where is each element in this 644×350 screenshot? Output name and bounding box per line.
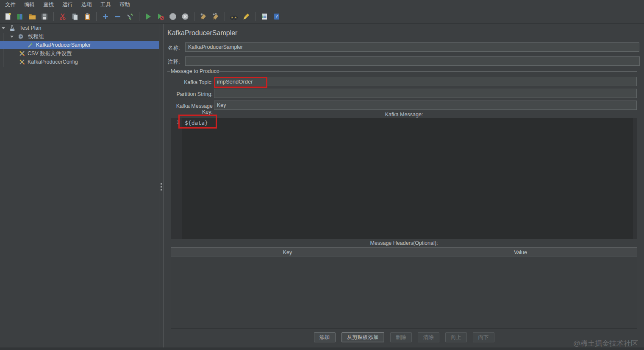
editor-scrollbar[interactable]	[633, 118, 637, 239]
table-button-row: 添加 从剪贴板添加 删除 清除 向上 向下	[171, 332, 637, 342]
window-bottom-edge	[0, 347, 644, 350]
tree-item-label: KafkaProducerSampler	[36, 42, 91, 48]
toolbar-separator	[139, 12, 139, 21]
sampler-icon	[27, 42, 34, 48]
menu-bar: 文件 编辑 查找 运行 选项 工具 帮助	[0, 0, 644, 10]
menu-search[interactable]: 查找	[42, 1, 56, 9]
shutdown-button[interactable]	[180, 12, 190, 21]
code-line: ${data}	[185, 120, 208, 126]
add-button[interactable]: 添加	[314, 332, 336, 342]
panel-splitter[interactable]	[159, 24, 164, 350]
cut-button[interactable]	[58, 12, 67, 21]
message-headers-table: Key Value	[171, 247, 637, 329]
tree-item-label: 线程组	[28, 33, 44, 40]
menu-edit[interactable]: 编辑	[22, 1, 36, 9]
name-input[interactable]	[185, 42, 639, 52]
kafka-message-editor[interactable]: 1 ${data}	[171, 118, 637, 239]
table-header-row: Key Value	[171, 247, 637, 257]
table-header-value[interactable]: Value	[404, 247, 637, 257]
clear-search-button[interactable]	[242, 12, 251, 21]
toolbar-separator	[194, 12, 194, 21]
tree-item-test-plan[interactable]: Test Plan	[0, 24, 159, 32]
partition-string-label: Partition String:	[166, 91, 213, 97]
watermark: @稀土掘金技术社区	[573, 339, 638, 348]
chevron-down-icon[interactable]	[10, 36, 14, 38]
splitter-grip-icon	[161, 183, 162, 190]
search-button[interactable]	[229, 12, 239, 21]
paste-icon	[83, 12, 92, 21]
cut-icon	[58, 12, 67, 21]
open-template-button[interactable]	[15, 12, 25, 21]
toggle-button[interactable]	[125, 12, 135, 21]
expand-button[interactable]	[101, 12, 110, 21]
new-file-button[interactable]	[3, 12, 12, 21]
start-no-timers-button[interactable]	[156, 12, 165, 21]
copy-button[interactable]	[70, 12, 80, 21]
menu-tools[interactable]: 工具	[99, 1, 113, 9]
svg-text:?: ?	[275, 14, 278, 19]
partition-string-input[interactable]	[214, 89, 637, 98]
table-header-key[interactable]: Key	[171, 247, 404, 257]
copy-icon	[71, 12, 79, 21]
tree-item-kafka-producer-config[interactable]: KafkaProducerConfig	[0, 58, 159, 66]
toolbar-separator	[255, 12, 255, 21]
test-plan-tree: Test Plan 线程组 KafkaProducerSampler CSV 数…	[0, 24, 159, 347]
kafka-topic-input[interactable]	[214, 77, 637, 86]
sampler-editor-panel: KafkaProducerSampler 名称: 注释: Message to …	[164, 24, 644, 347]
thread-group-icon	[17, 33, 24, 40]
toggle-icon	[126, 12, 134, 21]
start-button[interactable]	[144, 12, 153, 21]
delete-button[interactable]: 删除	[390, 332, 412, 342]
table-body-empty[interactable]	[171, 257, 637, 329]
minus-icon	[114, 12, 122, 21]
save-button[interactable]	[40, 12, 49, 21]
menu-run[interactable]: 运行	[61, 1, 75, 9]
toolbar: ?	[0, 10, 644, 24]
function-helper-icon	[260, 12, 269, 21]
open-file-button[interactable]	[28, 12, 37, 21]
page-title: KafkaProducerSampler	[167, 29, 237, 37]
kafka-topic-label: Kafka Topic:	[166, 79, 213, 85]
toolbar-separator	[225, 12, 225, 21]
chevron-down-icon[interactable]	[2, 27, 5, 29]
save-icon	[40, 12, 49, 21]
add-from-clipboard-button[interactable]: 从剪贴板添加	[341, 332, 384, 342]
line-number: 1	[176, 120, 179, 125]
open-folder-icon	[28, 12, 36, 21]
move-up-button[interactable]: 向上	[445, 332, 467, 342]
function-helper-button[interactable]	[260, 12, 269, 21]
clear-icon	[199, 12, 208, 21]
tree-item-kafka-producer-sampler[interactable]: KafkaProducerSampler	[0, 41, 159, 49]
shutdown-icon	[181, 12, 189, 21]
comment-input[interactable]	[185, 56, 640, 66]
message-headers-label: Message Headers(Optional):	[171, 240, 637, 246]
kafka-message-key-input[interactable]	[214, 101, 637, 110]
menu-help[interactable]: 帮助	[118, 1, 132, 9]
move-down-button[interactable]: 向下	[473, 332, 494, 342]
stop-icon	[169, 12, 177, 21]
clear-all-button[interactable]	[211, 12, 220, 21]
tree-item-csv-data-set[interactable]: CSV 数据文件设置	[0, 49, 159, 58]
new-file-icon	[3, 12, 12, 21]
toolbar-separator	[96, 12, 97, 21]
clear-search-icon	[242, 12, 250, 21]
stop-button[interactable]	[168, 12, 178, 21]
menu-file[interactable]: 文件	[3, 1, 17, 9]
clear-button[interactable]	[199, 12, 208, 21]
help-button[interactable]: ?	[272, 12, 281, 21]
editor-code-area[interactable]: ${data}	[182, 118, 637, 239]
group-border-line	[167, 71, 170, 72]
collapse-button[interactable]	[113, 12, 122, 21]
kafka-message-label: Kafka Message:	[171, 112, 637, 118]
binoculars-icon	[230, 12, 238, 21]
name-label: 名称:	[168, 45, 180, 52]
tree-item-thread-group[interactable]: 线程组	[0, 32, 159, 41]
jmeter-window: 文件 编辑 查找 运行 选项 工具 帮助 ?	[0, 0, 644, 350]
menu-options[interactable]: 选项	[80, 1, 94, 9]
clear-button[interactable]: 清除	[418, 332, 439, 342]
config-icon	[19, 59, 25, 65]
start-no-timers-icon	[156, 12, 165, 21]
tree-item-label: CSV 数据文件设置	[28, 50, 72, 57]
paste-button[interactable]	[83, 12, 92, 21]
tree-item-label: KafkaProducerConfig	[28, 59, 78, 65]
